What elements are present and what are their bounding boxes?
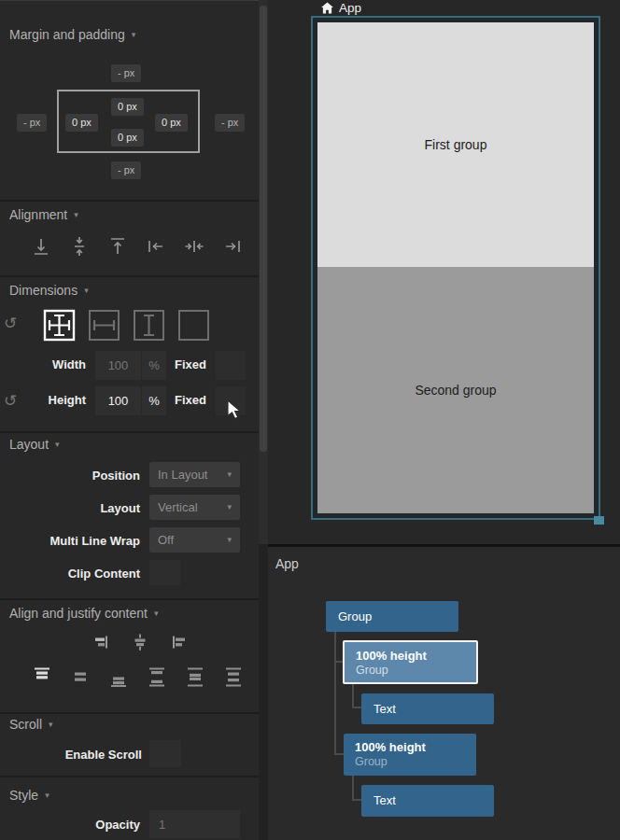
layout-label: Layout	[0, 501, 140, 515]
section-title: Dimensions	[9, 283, 78, 298]
justify-content-toolbar	[33, 666, 243, 687]
layout-dropdown[interactable]: Vertical ▾	[149, 495, 240, 520]
justify-space-evenly-icon[interactable]	[224, 666, 243, 687]
canvas-title: App	[339, 1, 361, 15]
node-subtitle: Group	[345, 663, 476, 677]
height-fixed-label: Fixed	[0, 393, 206, 407]
scrollbar-thumb[interactable]	[260, 6, 267, 452]
tree-connector	[334, 632, 336, 755]
canvas-breadcrumb[interactable]: App	[321, 1, 361, 15]
position-dropdown[interactable]: In Layout ▾	[149, 462, 240, 487]
first-group-preview[interactable]: First group	[317, 22, 594, 267]
chevron-down-icon: ▾	[227, 536, 232, 544]
section-title: Scroll	[9, 717, 42, 732]
node-group-100-height-1[interactable]: 100% height Group	[343, 640, 478, 684]
justify-space-around-icon[interactable]	[186, 666, 204, 687]
padding-left-value[interactable]: 0 px	[65, 114, 98, 132]
section-header-scroll[interactable]: Scroll ▾	[9, 717, 53, 732]
chevron-down-icon: ▾	[55, 441, 60, 449]
node-title: 100% height	[344, 734, 476, 754]
reset-dimensions-icon[interactable]: ↺	[4, 315, 17, 331]
opacity-label: Opacity	[0, 818, 140, 832]
clip-content-label: Clip Content	[0, 567, 140, 581]
canvas-viewport: App First group Second group	[268, 0, 620, 544]
alignment-toolbar	[30, 235, 244, 258]
align-bottom-icon[interactable]	[30, 235, 52, 258]
scrollbar-track[interactable]	[259, 0, 268, 544]
tree-connector	[334, 753, 344, 755]
size-mode-none-icon[interactable]	[177, 309, 210, 342]
align-content-center-icon[interactable]	[131, 633, 149, 651]
opacity-value: 1	[159, 818, 165, 832]
align-center-horizontal-icon[interactable]	[183, 235, 205, 258]
second-group-preview[interactable]: Second group	[317, 267, 594, 513]
enable-scroll-label: Enable Scroll	[0, 748, 142, 762]
width-fixed-label: Fixed	[0, 357, 206, 371]
node-subtitle: Group	[344, 754, 476, 768]
node-label: Text	[361, 785, 494, 816]
chevron-down-icon: ▾	[132, 31, 136, 39]
align-top-icon[interactable]	[106, 235, 129, 258]
section-title: Align and justify content	[9, 606, 148, 621]
size-mode-both-icon[interactable]	[43, 309, 76, 342]
app-window: Margin and padding ▾ - px 0 px 0 px 0 px…	[0, 0, 620, 840]
canvas-resize-handle[interactable]	[594, 516, 604, 525]
mouse-cursor	[227, 399, 243, 422]
section-divider	[0, 431, 259, 433]
section-header-dimensions[interactable]: Dimensions ▾	[9, 283, 89, 298]
padding-top-value[interactable]: 0 px	[111, 98, 144, 116]
section-header-style[interactable]: Style ▾	[9, 788, 49, 803]
align-left-icon[interactable]	[145, 235, 167, 258]
opacity-input[interactable]: 1	[149, 810, 240, 838]
node-group-100-height-2[interactable]: 100% height Group	[344, 734, 476, 776]
section-header-alignment[interactable]: Alignment ▾	[9, 207, 78, 222]
section-divider	[0, 712, 259, 714]
section-divider	[0, 598, 259, 600]
width-fixed-checkbox[interactable]	[216, 351, 246, 380]
panel-scrollbar	[259, 0, 268, 840]
tree-connector	[352, 684, 361, 708]
justify-space-between-icon[interactable]	[148, 666, 166, 687]
position-label: Position	[0, 469, 140, 483]
align-right-icon[interactable]	[221, 235, 244, 258]
align-center-vertical-icon[interactable]	[68, 235, 91, 258]
section-divider	[0, 200, 259, 202]
section-title: Layout	[9, 437, 49, 452]
size-mode-height-icon[interactable]	[133, 309, 165, 342]
second-group-label: Second group	[415, 383, 496, 398]
layout-value: Vertical	[158, 500, 198, 514]
enable-scroll-checkbox[interactable]	[149, 740, 181, 767]
justify-center-icon[interactable]	[71, 666, 90, 687]
section-title: Alignment	[9, 207, 67, 222]
size-mode-width-icon[interactable]	[88, 309, 120, 342]
padding-right-value[interactable]: 0 px	[155, 114, 188, 132]
app-canvas[interactable]: First group Second group	[311, 16, 600, 520]
properties-panel: Margin and padding ▾ - px 0 px 0 px 0 px…	[0, 0, 259, 840]
section-title: Margin and padding	[9, 27, 125, 42]
node-group-root[interactable]: Group	[326, 601, 458, 632]
chevron-down-icon: ▾	[227, 503, 232, 511]
padding-bottom-value[interactable]: 0 px	[111, 129, 144, 147]
section-header-align-justify[interactable]: Align and justify content ▾	[9, 606, 158, 621]
chevron-down-icon: ▾	[84, 287, 89, 295]
clip-content-checkbox[interactable]	[149, 560, 180, 585]
position-value: In Layout	[158, 468, 208, 482]
margin-top-value[interactable]: - px	[111, 64, 141, 82]
component-title: App	[275, 556, 299, 571]
multi-line-wrap-value: Off	[158, 533, 174, 547]
section-divider	[0, 275, 259, 277]
multi-line-wrap-dropdown[interactable]: Off ▾	[149, 527, 240, 553]
node-text-1[interactable]: Text	[361, 693, 494, 724]
margin-left-value[interactable]: - px	[17, 114, 47, 132]
tree-connector	[334, 661, 343, 663]
align-content-left-icon[interactable]	[170, 633, 189, 651]
justify-end-icon[interactable]	[109, 666, 128, 687]
margin-right-value[interactable]: - px	[215, 114, 245, 132]
chevron-down-icon: ▾	[74, 211, 78, 219]
margin-bottom-value[interactable]: - px	[111, 161, 141, 179]
node-text-2[interactable]: Text	[361, 785, 494, 817]
section-header-layout[interactable]: Layout ▾	[9, 437, 60, 452]
justify-start-icon[interactable]	[33, 666, 51, 687]
section-header-margin-padding[interactable]: Margin and padding ▾	[9, 27, 135, 42]
align-content-right-icon[interactable]	[92, 633, 110, 651]
